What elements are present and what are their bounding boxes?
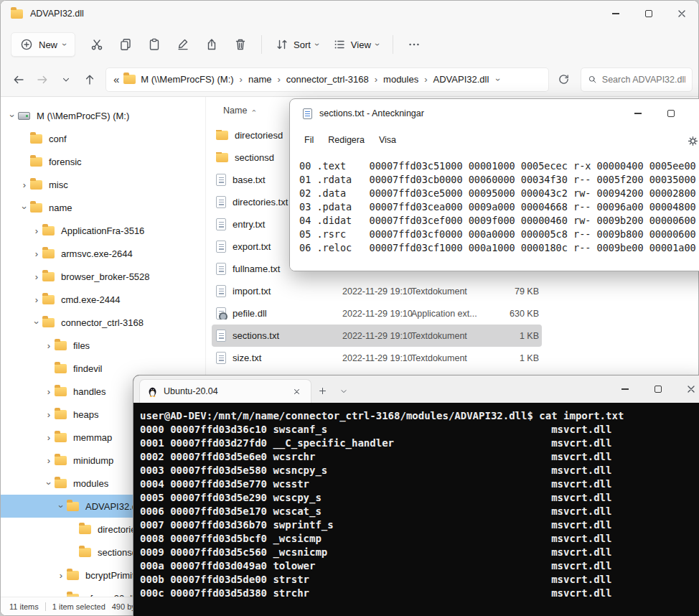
close-button[interactable] <box>675 375 699 403</box>
folder-icon <box>123 75 136 84</box>
share-icon <box>205 38 218 51</box>
chevron-right-icon[interactable]: › <box>31 249 42 258</box>
chevron-right-icon[interactable]: › <box>43 433 55 442</box>
chevron-down-icon <box>61 75 71 85</box>
sidebar-item-cmd-exe-2444[interactable]: ›cmd.exe-2444 <box>1 288 205 311</box>
toolbar-separator <box>393 35 393 54</box>
breadcrumb-separator-icon: › <box>236 74 246 85</box>
tab-dropdown-button[interactable] <box>333 379 355 403</box>
refresh-button[interactable] <box>552 68 575 91</box>
file-row-import-txt[interactable]: import.txt2022-11-29 19:10Textdokument79… <box>212 280 542 302</box>
breadcrumb-item-connector-ctrl-3168[interactable]: connector_ctrl-3168 <box>284 71 371 88</box>
breadcrumb-overflow-icon[interactable]: « <box>113 73 119 85</box>
settings-button[interactable] <box>683 131 699 150</box>
close-button[interactable] <box>688 99 699 128</box>
import-address: 00007ffd03d5bcf0 <box>170 532 273 546</box>
sidebar-item-label: files <box>73 340 90 351</box>
text-file-icon <box>216 263 226 275</box>
menu-visa[interactable]: Visa <box>372 131 403 149</box>
sidebar-item-browser-broker-5528[interactable]: ›browser_broker-5528 <box>1 265 205 288</box>
chevron-down-icon[interactable]: › <box>20 202 29 213</box>
new-tab-button[interactable] <box>311 379 333 403</box>
maximize-button[interactable] <box>632 1 665 27</box>
import-function: wcsstr <box>273 477 551 491</box>
sidebar-item-files[interactable]: ›files <box>1 334 205 357</box>
sidebar-item-connector-ctrl-3168[interactable]: ›connector_ctrl-3168 <box>1 311 205 334</box>
import-index: 000a <box>140 559 170 573</box>
folder-icon <box>42 295 55 304</box>
minimize-button[interactable] <box>609 375 642 403</box>
maximize-button[interactable] <box>642 375 675 403</box>
sidebar-item-label: sectionsd <box>98 547 137 558</box>
chevron-right-icon[interactable]: › <box>55 571 67 580</box>
paste-button[interactable] <box>140 32 169 57</box>
sidebar-item-misc[interactable]: ›misc <box>1 173 205 196</box>
import-table-row: 000500007ffd03d5e290wcscpy_smsvcrt.dll <box>140 491 699 505</box>
file-name: fullname.txt <box>233 263 280 274</box>
terminal-tab-ubuntu[interactable]: Ubuntu-20.04 <box>139 379 311 403</box>
breadcrumb-separator-icon: › <box>273 74 283 85</box>
sidebar-item-armsvc-exe-2644[interactable]: ›armsvc.exe-2644 <box>1 242 205 265</box>
chevron-right-icon[interactable]: › <box>43 410 55 419</box>
chevron-down-icon[interactable]: › <box>44 477 54 489</box>
file-row-sections-txt[interactable]: sections.txt2022-11-29 19:10Textdokument… <box>212 325 542 347</box>
text-file-icon <box>216 285 226 297</box>
copy-button[interactable] <box>111 32 140 57</box>
breadcrumb-item-m-memprocfs-m[interactable]: M (\\MemProcFS) (M:) <box>139 71 235 88</box>
import-table-row: 000100007ffd03d27fd0__C_specific_handler… <box>140 437 699 450</box>
menu-redigera[interactable]: Redigera <box>321 131 372 149</box>
chevron-down-icon[interactable]: › <box>57 500 66 512</box>
chevron-down-icon[interactable]: › <box>494 78 502 81</box>
chevron-down-icon[interactable]: › <box>32 317 42 328</box>
import-library: msvcrt.dll <box>551 559 611 573</box>
sidebar-item-forensic[interactable]: forensic <box>1 150 205 173</box>
maximize-icon <box>645 10 652 17</box>
menu-fil[interactable]: Fil <box>297 131 321 149</box>
chevron-right-icon[interactable]: › <box>19 180 30 190</box>
chevron-right-icon[interactable]: › <box>31 272 42 281</box>
chevron-right-icon[interactable]: › <box>43 341 55 350</box>
breadcrumb-item-modules[interactable]: modules <box>381 71 421 88</box>
breadcrumb[interactable]: « M (\\MemProcFS) (M:)›name›connector_ct… <box>105 67 549 92</box>
sidebar-item-name[interactable]: ›name <box>1 196 205 219</box>
rename-button[interactable] <box>169 32 197 57</box>
file-row-size-txt[interactable]: size.txt2022-11-29 19:10Textdokument1 KB <box>212 347 542 369</box>
forward-button[interactable] <box>30 67 54 91</box>
minimize-button[interactable] <box>599 1 632 27</box>
notepad-text-area[interactable]: 00 .text 00007ffd03c51000 00001000 0005e… <box>290 152 699 271</box>
import-address: 00007ffd03d5e580 <box>170 464 273 477</box>
maximize-button[interactable] <box>655 99 688 128</box>
share-button[interactable] <box>197 32 226 57</box>
chevron-right-icon[interactable]: › <box>31 295 42 304</box>
dll-file-icon <box>216 307 226 319</box>
new-button[interactable]: New › <box>11 32 75 57</box>
tab-close-button[interactable] <box>289 384 304 398</box>
delete-button[interactable] <box>226 32 255 57</box>
file-row-pefile-dll[interactable]: pefile.dll2022-11-29 19:10Application ex… <box>212 302 542 325</box>
sidebar-item-conf[interactable]: conf <box>1 127 205 150</box>
up-button[interactable] <box>78 67 101 91</box>
close-button[interactable] <box>665 1 698 27</box>
sidebar-item-m-memprocfs-m[interactable]: ›M (\\MemProcFS) (M:) <box>1 104 205 127</box>
breadcrumb-item-name[interactable]: name <box>246 71 274 88</box>
chevron-down-icon[interactable]: › <box>8 110 17 121</box>
chevron-right-icon[interactable]: › <box>43 456 55 465</box>
chevron-right-icon[interactable]: › <box>43 387 55 396</box>
refresh-icon <box>558 73 570 85</box>
folder-icon <box>55 456 67 465</box>
cut-button[interactable] <box>83 32 111 57</box>
back-button[interactable] <box>6 67 30 91</box>
sidebar-item-applicationfra-3516[interactable]: ›ApplicationFra-3516 <box>1 219 205 242</box>
search-input[interactable] <box>602 75 685 85</box>
notepad-document-icon <box>303 108 312 119</box>
import-table-row: 000300007ffd03d5e580wcsncpy_smsvcrt.dll <box>140 464 699 477</box>
see-more-button[interactable] <box>400 32 428 57</box>
chevron-right-icon[interactable]: › <box>31 226 42 235</box>
sort-button[interactable]: Sort › <box>268 32 326 57</box>
breadcrumb-item-advapi32-dll[interactable]: ADVAPI32.dll <box>431 71 492 88</box>
view-button[interactable]: View › <box>326 32 386 57</box>
recent-locations-button[interactable] <box>54 67 78 91</box>
import-index: 0008 <box>140 532 170 546</box>
terminal-output[interactable]: user@AD-DEV:/mnt/m/name/connector_ctrl-3… <box>133 403 699 616</box>
minimize-button[interactable] <box>621 99 655 128</box>
